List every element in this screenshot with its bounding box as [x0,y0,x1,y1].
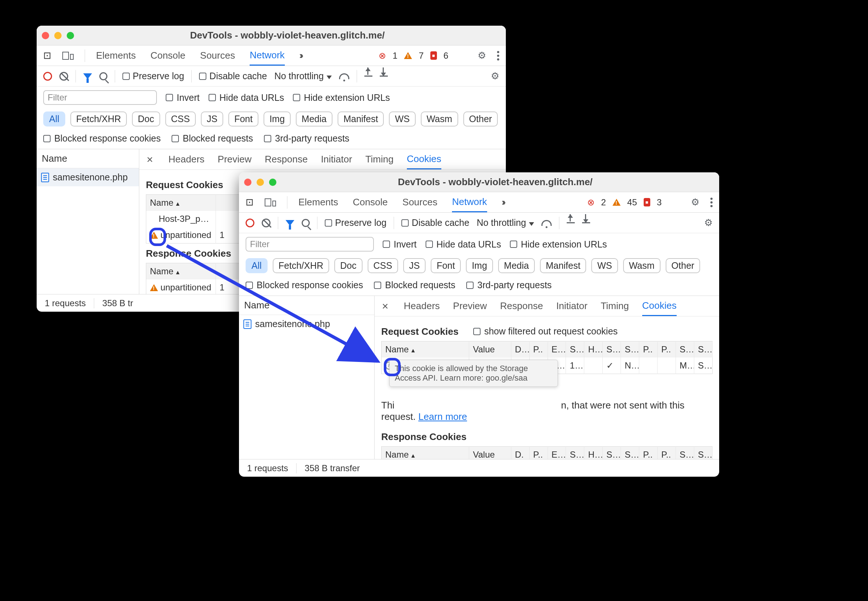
chip-fetchxhr[interactable]: Fetch/XHR [70,111,127,127]
col-name[interactable]: Name▲ [382,342,469,358]
chip-js[interactable]: JS [201,111,223,127]
tab-elements[interactable]: Elements [96,46,136,65]
tab-network[interactable]: Network [250,46,285,66]
dtab-headers[interactable]: Headers [404,297,440,315]
kebab-menu-icon[interactable] [497,51,499,61]
throttling-select[interactable]: No throttling [477,217,534,228]
more-tabs-icon[interactable]: ›› [502,197,504,208]
dtab-timing[interactable]: Timing [365,150,394,169]
throttling-select[interactable]: No throttling [274,71,332,81]
chip-fetchxhr[interactable]: Fetch/XHR [273,258,329,273]
chip-media[interactable]: Media [498,258,535,273]
chip-other[interactable]: Other [665,258,700,273]
dtab-response[interactable]: Response [500,297,543,315]
checkbox[interactable] [199,73,206,80]
device-toggle-icon[interactable] [265,198,276,206]
blocked-requests-option[interactable]: Blocked requests [172,133,253,144]
close-window[interactable] [42,32,49,39]
inspect-icon[interactable]: ⊡ [43,50,51,61]
tab-elements[interactable]: Elements [298,193,338,212]
tab-sources[interactable]: Sources [402,193,437,212]
settings-icon[interactable]: ⚙ [478,50,486,61]
chip-ws[interactable]: WS [591,258,618,273]
hide-data-urls-option[interactable]: Hide data URLs [209,92,284,103]
col-name[interactable]: Name [239,296,374,315]
chip-all[interactable]: All [245,258,268,273]
chip-css[interactable]: CSS [165,111,196,127]
chip-img[interactable]: Img [263,111,291,127]
chip-wasm[interactable]: Wasm [623,258,661,273]
hide-extension-urls-option[interactable]: Hide extension URLs [293,92,390,103]
third-party-requests-option[interactable]: 3rd-party requests [264,133,349,144]
hide-extension-urls-option[interactable]: Hide extension URLs [510,239,607,250]
blocked-response-cookies-option[interactable]: Blocked response cookies [245,280,363,290]
kebab-menu-icon[interactable] [710,198,713,207]
chip-img[interactable]: Img [466,258,493,273]
invert-option[interactable]: Invert [383,239,417,250]
request-row[interactable]: samesitenone.php [239,315,374,333]
checkbox[interactable] [122,73,130,80]
export-har-icon[interactable] [380,76,388,77]
import-har-icon[interactable] [567,222,575,223]
invert-option[interactable]: Invert [166,92,200,103]
filter-icon[interactable] [83,73,92,79]
zoom-window[interactable] [269,178,276,186]
issue-badges[interactable]: ⊗2 45 ■3 [587,197,662,207]
tab-console[interactable]: Console [353,193,387,212]
device-toggle-icon[interactable] [62,52,74,60]
record-icon[interactable] [43,72,52,81]
chip-ws[interactable]: WS [389,111,415,127]
col-value[interactable]: Value [469,342,511,358]
chip-font[interactable]: Font [228,111,259,127]
chip-doc[interactable]: Doc [334,258,362,273]
tab-network[interactable]: Network [452,192,487,212]
chip-doc[interactable]: Doc [132,111,160,127]
export-har-icon[interactable] [582,222,590,223]
blocked-requests-option[interactable]: Blocked requests [374,280,455,290]
chip-font[interactable]: Font [431,258,461,273]
chip-all[interactable]: All [43,111,65,127]
chip-manifest[interactable]: Manifest [540,258,586,273]
blocked-response-cookies-option[interactable]: Blocked response cookies [43,133,161,144]
dtab-timing[interactable]: Timing [601,297,629,315]
filter-input[interactable]: Filter [43,90,157,105]
zoom-window[interactable] [67,32,74,39]
clear-icon[interactable] [262,218,271,227]
col-name[interactable]: Name▲ [382,447,469,459]
disable-cache-option[interactable]: Disable cache [199,71,267,81]
clear-icon[interactable] [59,72,68,81]
tab-sources[interactable]: Sources [200,46,235,65]
show-filtered-cookies-option[interactable]: show filtered out request cookies [473,326,618,337]
close-window[interactable] [244,178,251,186]
record-icon[interactable] [245,218,254,227]
network-conditions-icon[interactable] [541,220,552,226]
chip-css[interactable]: CSS [368,258,398,273]
minimize-window[interactable] [257,178,264,186]
filter-input[interactable]: Filter [245,237,374,252]
search-icon[interactable] [99,72,107,80]
more-tabs-icon[interactable]: ›› [300,50,301,61]
import-har-icon[interactable] [364,76,372,77]
col-name[interactable]: Name [37,149,139,168]
dtab-headers[interactable]: Headers [169,150,204,169]
close-detail-icon[interactable]: × [380,300,391,313]
chip-manifest[interactable]: Manifest [338,111,384,127]
network-settings-icon[interactable]: ⚙ [491,70,499,82]
inspect-icon[interactable]: ⊡ [245,197,254,208]
learn-more-link[interactable]: Learn more [418,411,467,422]
dtab-initiator[interactable]: Initiator [556,297,587,315]
chip-other[interactable]: Other [463,111,498,127]
close-detail-icon[interactable]: × [145,153,155,166]
search-icon[interactable] [302,219,310,227]
dtab-preview[interactable]: Preview [453,297,487,315]
issue-badges[interactable]: ⊗1 7 ■6 [379,50,448,61]
request-row[interactable]: samesitenone.php [37,168,139,186]
settings-icon[interactable]: ⚙ [691,197,699,208]
chip-media[interactable]: Media [296,111,332,127]
col-name[interactable]: Name▲ [146,195,216,211]
chip-js[interactable]: JS [403,258,426,273]
third-party-requests-option[interactable]: 3rd-party requests [466,280,552,290]
preserve-log-option[interactable]: Preserve log [122,71,184,81]
dtab-cookies[interactable]: Cookies [642,296,677,316]
tab-console[interactable]: Console [150,46,185,65]
